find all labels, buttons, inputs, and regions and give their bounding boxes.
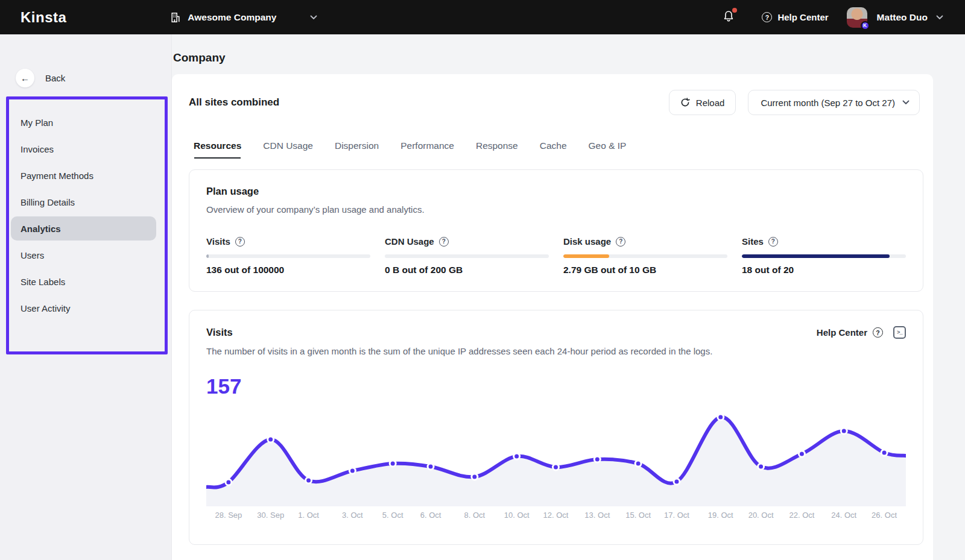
question-circle-icon[interactable]: ?	[616, 237, 625, 247]
sidebar-menu: My Plan Invoices Payment Methods Billing…	[0, 108, 171, 322]
help-center-button[interactable]: ? Help Center	[762, 12, 828, 22]
sidebar-item-site-labels[interactable]: Site Labels	[11, 269, 156, 294]
topbar-right: ? Help Center K Matteo Duo	[723, 7, 943, 28]
back-arrow-icon: ←	[16, 69, 34, 87]
kinsta-badge: K	[861, 21, 870, 30]
section-title: All sites combined	[189, 96, 279, 109]
tab-dispersion[interactable]: Dispersion	[335, 140, 379, 159]
question-circle-icon[interactable]: ?	[873, 327, 883, 338]
chart-area-fill	[206, 417, 906, 506]
metric-label: Disk usage	[563, 236, 611, 247]
progress-track	[563, 254, 727, 258]
metric-cdn-usage: CDN Usage ? 0 B out of 200 GB	[385, 236, 549, 275]
metric-label: CDN Usage	[385, 236, 434, 247]
analytics-card: All sites combined Reload Current month …	[172, 74, 933, 560]
tab-performance[interactable]: Performance	[400, 140, 454, 159]
company-selector[interactable]: Awesome Company	[170, 12, 317, 23]
sidebar-item-my-plan[interactable]: My Plan	[11, 110, 156, 134]
visits-card: Visits Help Center ? >_ The number of vi…	[189, 310, 923, 545]
plan-usage-subtitle: Overview of your company’s plan usage an…	[206, 204, 906, 215]
metric-value: 18 out of 20	[742, 265, 906, 275]
visits-chart[interactable]: 28. Sep30. Sep1. Oct3. Oct5. Oct6. Oct8.…	[206, 403, 906, 529]
date-range-dropdown[interactable]: Current month (Sep 27 to Oct 27)	[748, 90, 920, 115]
user-name: Matteo Duo	[877, 12, 928, 23]
visits-title: Visits	[206, 327, 233, 338]
metric-label: Sites	[742, 236, 764, 247]
sidebar-item-users[interactable]: Users	[11, 243, 156, 267]
reload-label: Reload	[696, 98, 725, 108]
visits-total: 157	[206, 374, 906, 398]
question-circle-icon: ?	[762, 12, 772, 22]
notification-dot	[732, 8, 737, 13]
progress-track	[206, 254, 370, 258]
kinsta-logo[interactable]: Kinsta	[21, 9, 66, 26]
visits-description: The number of visits in a given month is…	[206, 346, 906, 356]
sidebar: ← Back My Plan Invoices Payment Methods …	[0, 34, 172, 560]
plan-usage-title: Plan usage	[206, 186, 906, 197]
terminal-icon[interactable]: >_	[893, 326, 906, 339]
analytics-tabs: Resources CDN Usage Dispersion Performan…	[172, 140, 933, 159]
progress-fill	[206, 254, 209, 258]
sidebar-item-billing-details[interactable]: Billing Details	[11, 190, 156, 214]
progress-fill	[563, 254, 609, 258]
main-content: Company All sites combined Reload Curren…	[172, 34, 965, 560]
metric-sites: Sites ? 18 out of 20	[742, 236, 906, 275]
notifications-button[interactable]	[723, 10, 734, 25]
date-range-label: Current month (Sep 27 to Oct 27)	[761, 98, 895, 108]
tab-resources[interactable]: Resources	[194, 140, 241, 159]
sidebar-item-invoices[interactable]: Invoices	[11, 137, 156, 161]
metric-label: Visits	[206, 236, 230, 247]
plan-usage-metrics: Visits ? 136 out of 100000 CDN Usage ? 0…	[206, 236, 906, 275]
tab-cache[interactable]: Cache	[540, 140, 567, 159]
avatar[interactable]: K	[847, 7, 867, 28]
metric-value: 2.79 GB out of 10 GB	[563, 265, 727, 275]
chevron-down-icon	[310, 15, 317, 20]
reload-button[interactable]: Reload	[669, 90, 736, 115]
help-center-label: Help Center	[777, 12, 828, 22]
tab-cdn-usage[interactable]: CDN Usage	[263, 140, 313, 159]
plan-usage-card: Plan usage Overview of your company’s pl…	[189, 169, 923, 292]
page-title: Company	[173, 51, 933, 64]
question-circle-icon[interactable]: ?	[768, 237, 778, 247]
tab-geo-ip[interactable]: Geo & IP	[589, 140, 627, 159]
back-label: Back	[45, 73, 65, 83]
company-name: Awesome Company	[188, 12, 276, 23]
sidebar-item-payment-methods[interactable]: Payment Methods	[11, 163, 156, 187]
progress-fill	[742, 254, 890, 258]
chart-x-axis-labels: 28. Sep30. Sep1. Oct3. Oct5. Oct6. Oct8.…	[206, 511, 906, 529]
building-icon	[170, 12, 181, 23]
metric-disk-usage: Disk usage ? 2.79 GB out of 10 GB	[563, 236, 727, 275]
progress-track	[742, 254, 906, 258]
progress-track	[385, 254, 549, 258]
tab-response[interactable]: Response	[476, 140, 518, 159]
sidebar-item-user-activity[interactable]: User Activity	[11, 296, 156, 320]
sidebar-item-analytics[interactable]: Analytics	[11, 216, 156, 241]
reload-icon	[680, 98, 690, 107]
visits-area-chart	[206, 403, 906, 507]
metric-visits: Visits ? 136 out of 100000	[206, 236, 370, 275]
user-menu-chevron-icon[interactable]	[936, 15, 943, 20]
back-button[interactable]: ← Back	[16, 69, 65, 87]
visits-help-center-link[interactable]: Help Center	[817, 327, 867, 338]
chevron-down-icon	[902, 100, 910, 105]
metric-value: 136 out of 100000	[206, 265, 370, 275]
topbar: Kinsta Awesome Company ? Help Center K	[0, 0, 965, 34]
question-circle-icon[interactable]: ?	[235, 237, 245, 247]
metric-value: 0 B out of 200 GB	[385, 265, 549, 275]
question-circle-icon[interactable]: ?	[439, 237, 449, 247]
